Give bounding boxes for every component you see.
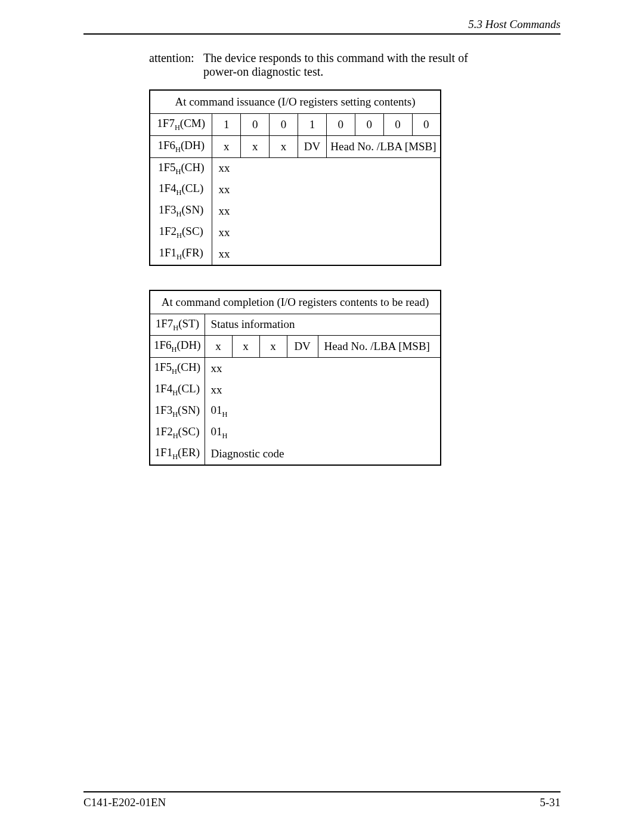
footer-left: C141-E202-01EN <box>83 796 166 809</box>
section-title: 5.3 Host Commands <box>468 18 561 30</box>
reg-cell: 1F7H(ST) <box>150 314 205 336</box>
head-cell: Head No. /LBA [MSB] <box>318 336 441 358</box>
footer-right: 5-31 <box>540 796 561 809</box>
reg-cell: 1F6H(DH) <box>150 135 212 157</box>
bit-cell: 0 <box>241 114 270 136</box>
table-title: At command completion (I/O registers con… <box>150 290 441 314</box>
reg-cell: 1F4H(CL) <box>150 179 212 200</box>
table-row: 1F7H(ST) Status information <box>150 314 441 336</box>
bit-cell: 1 <box>298 114 327 136</box>
table-row: 1F4H(CL) xx <box>150 179 441 200</box>
table-title: At command issuance (I/O registers setti… <box>150 90 441 114</box>
bit-cell: x <box>270 135 298 157</box>
table-row: 1F2H(SC) 01H <box>150 422 441 444</box>
reg-cell: 1F3H(SN) <box>150 401 205 422</box>
value-cell: 01H <box>205 401 441 422</box>
value-cell: Status information <box>205 314 441 336</box>
bit-cell: DV <box>298 135 327 157</box>
reg-cell: 1F4H(CL) <box>150 379 205 401</box>
table-row: 1F4H(CL) xx <box>150 379 441 401</box>
attention-note: attention: The device responds to this c… <box>149 51 561 79</box>
bit-cell: x <box>259 336 287 358</box>
table-row: 1F1H(ER) Diagnostic code <box>150 443 441 465</box>
bit-cell: 0 <box>270 114 298 136</box>
reg-cell: 1F5H(CH) <box>150 157 212 179</box>
value-cell: Diagnostic code <box>205 443 441 465</box>
register-table-issuance: At command issuance (I/O registers setti… <box>149 89 441 266</box>
reg-cell: 1F2H(SC) <box>150 222 212 243</box>
value-cell: xx <box>212 243 441 265</box>
reg-cell: 1F1H(ER) <box>150 443 205 465</box>
table-row: 1F6H(DH) x x x DV Head No. /LBA [MSB] <box>150 336 441 358</box>
attention-text: The device responds to this command with… <box>203 51 490 79</box>
reg-cell: 1F6H(DH) <box>150 336 205 358</box>
value-cell: 01H <box>205 422 441 444</box>
table-row: 1F7H(CM) 1 0 0 1 0 0 0 0 <box>150 114 441 136</box>
head-cell: Head No. /LBA [MSB] <box>326 135 441 157</box>
table-row: At command completion (I/O registers con… <box>150 290 441 314</box>
bit-cell: x <box>212 135 241 157</box>
value-cell: xx <box>212 179 441 200</box>
reg-cell: 1F3H(SN) <box>150 200 212 222</box>
table-row: 1F3H(SN) 01H <box>150 401 441 422</box>
reg-cell: 1F1H(FR) <box>150 243 212 265</box>
reg-cell: 1F7H(CM) <box>150 114 212 136</box>
bit-cell: 0 <box>355 114 383 136</box>
table-row: 1F5H(CH) xx <box>150 157 441 179</box>
attention-label: attention: <box>149 51 200 65</box>
bit-cell: x <box>241 135 270 157</box>
bit-cell: 0 <box>383 114 412 136</box>
value-cell: xx <box>212 157 441 179</box>
bit-cell: x <box>232 336 259 358</box>
reg-cell: 1F2H(SC) <box>150 422 205 444</box>
value-cell: xx <box>205 358 441 379</box>
table-row: 1F6H(DH) x x x DV Head No. /LBA [MSB] <box>150 135 441 157</box>
page-header: 5.3 Host Commands <box>83 18 561 35</box>
page-footer: C141-E202-01EN 5-31 <box>83 791 561 809</box>
value-cell: xx <box>205 379 441 401</box>
bit-cell: x <box>205 336 232 358</box>
register-table-completion: At command completion (I/O registers con… <box>149 290 441 466</box>
table-row: 1F2H(SC) xx <box>150 222 441 243</box>
bit-cell: 0 <box>326 114 355 136</box>
bit-cell: 0 <box>412 114 441 136</box>
value-cell: xx <box>212 200 441 222</box>
bit-cell: 1 <box>212 114 241 136</box>
bit-cell: DV <box>287 336 318 358</box>
table-row: 1F3H(SN) xx <box>150 200 441 222</box>
table-row: 1F5H(CH) xx <box>150 358 441 379</box>
table-row: At command issuance (I/O registers setti… <box>150 90 441 114</box>
value-cell: xx <box>212 222 441 243</box>
table-row: 1F1H(FR) xx <box>150 243 441 265</box>
reg-cell: 1F5H(CH) <box>150 358 205 379</box>
